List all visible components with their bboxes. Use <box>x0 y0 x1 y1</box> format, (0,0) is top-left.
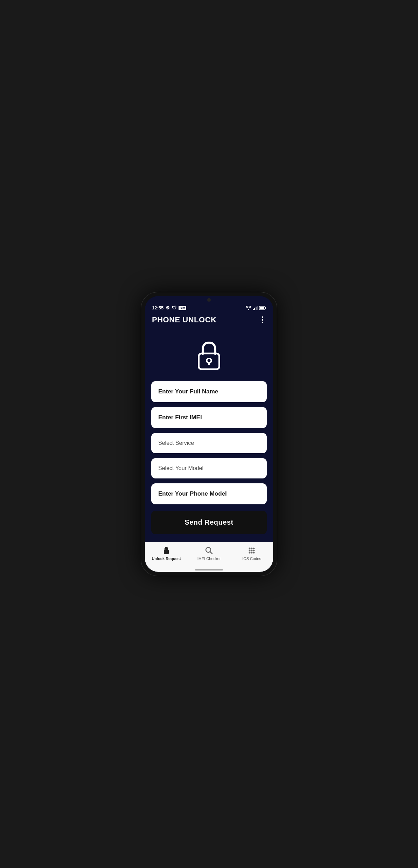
svg-rect-3 <box>257 306 258 310</box>
imei-placeholder: Enter First IMEI <box>158 414 202 421</box>
nav-item-unlock-request[interactable]: Unlock Request <box>145 546 188 561</box>
nav-item-ios-codes[interactable]: IOS Codes <box>230 546 273 561</box>
status-left: 12:55 ⚙ 🛡 SIM <box>152 305 186 310</box>
svg-rect-0 <box>253 309 254 310</box>
model-placeholder: Select Your Model <box>158 465 203 471</box>
battery-status-icon <box>259 306 266 310</box>
model-select[interactable]: Select Your Model <box>151 458 267 478</box>
svg-rect-11 <box>165 547 167 550</box>
svg-point-17 <box>249 550 251 552</box>
svg-point-14 <box>249 548 251 550</box>
home-indicator <box>145 568 273 572</box>
time-display: 12:55 <box>152 305 163 310</box>
lock-icon-area <box>193 336 225 381</box>
svg-point-18 <box>251 550 253 552</box>
service-placeholder: Select Service <box>158 440 194 446</box>
status-bar: 12:55 ⚙ 🛡 SIM <box>145 302 273 313</box>
svg-line-13 <box>210 552 213 554</box>
phone-device: 12:55 ⚙ 🛡 SIM <box>141 292 277 576</box>
phone-model-field[interactable]: Enter Your Phone Model <box>151 483 267 504</box>
svg-rect-1 <box>254 308 255 310</box>
unlock-nav-icon <box>162 546 171 555</box>
svg-rect-7 <box>199 354 220 369</box>
content-area: Enter Your Full Name Enter First IMEI Se… <box>145 329 273 542</box>
home-bar <box>195 569 223 570</box>
wifi-status-icon <box>246 306 251 310</box>
settings-status-icon: ⚙ <box>166 305 170 310</box>
svg-point-19 <box>253 550 255 552</box>
more-options-icon[interactable]: ⋮ <box>258 315 266 324</box>
app-title: PHONE UNLOCK <box>152 315 216 324</box>
camera-bar <box>145 296 273 302</box>
nav-item-imei-checker[interactable]: IMEI Checker <box>188 546 230 561</box>
svg-point-22 <box>253 552 255 554</box>
app-bar: PHONE UNLOCK ⋮ <box>145 313 273 329</box>
svg-rect-5 <box>265 307 266 309</box>
svg-point-15 <box>251 548 253 550</box>
svg-rect-6 <box>260 307 264 309</box>
imei-field[interactable]: Enter First IMEI <box>151 407 267 428</box>
svg-rect-10 <box>164 550 169 554</box>
phone-model-placeholder: Enter Your Phone Model <box>158 490 227 497</box>
full-name-placeholder: Enter Your Full Name <box>158 388 218 395</box>
unlock-request-nav-label: Unlock Request <box>152 556 181 561</box>
service-select[interactable]: Select Service <box>151 433 267 453</box>
search-nav-icon <box>204 546 214 555</box>
sim-status-icon: SIM <box>179 306 186 310</box>
camera-dot <box>207 298 211 302</box>
svg-point-16 <box>253 548 255 550</box>
phone-screen: 12:55 ⚙ 🛡 SIM <box>145 296 273 572</box>
svg-point-21 <box>251 552 253 554</box>
send-request-label: Send Request <box>184 518 233 526</box>
status-right <box>246 306 266 310</box>
shield-status-icon: 🛡 <box>172 305 176 310</box>
ios-codes-nav-label: IOS Codes <box>242 556 261 561</box>
lock-icon <box>193 339 225 371</box>
svg-point-20 <box>249 552 251 554</box>
grid-nav-icon <box>247 546 256 555</box>
svg-rect-9 <box>208 362 210 365</box>
svg-rect-2 <box>256 307 257 310</box>
signal-status-icon <box>253 306 258 310</box>
send-request-button[interactable]: Send Request <box>151 511 267 534</box>
imei-checker-nav-label: IMEI Checker <box>197 556 221 561</box>
bottom-nav: Unlock Request IMEI Checker <box>145 542 273 568</box>
full-name-field[interactable]: Enter Your Full Name <box>151 381 267 402</box>
